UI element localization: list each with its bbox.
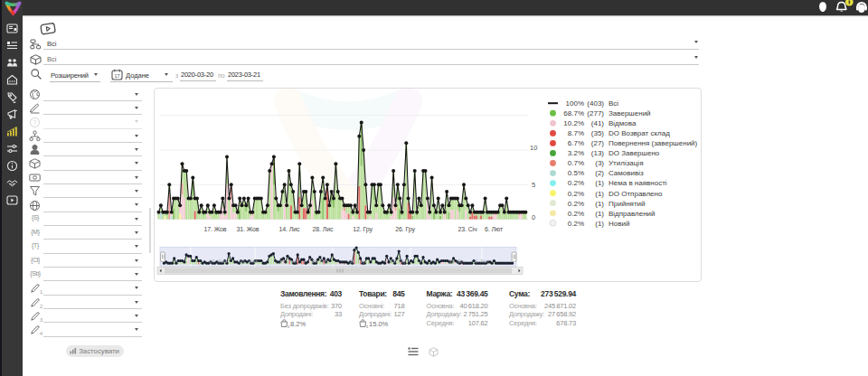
svg-text:Всі: Всі bbox=[609, 99, 618, 108]
svg-text:(35): (35) bbox=[591, 129, 605, 137]
svg-text:6. Лют: 6. Лют bbox=[475, 258, 490, 264]
svg-text:Повернення (завершений): Повернення (завершений) bbox=[609, 139, 698, 147]
svg-text:23. Січ: 23. Січ bbox=[448, 258, 464, 264]
svg-text:(277): (277) bbox=[587, 109, 604, 118]
svg-text:0: 0 bbox=[532, 213, 535, 221]
svg-text:(3): (3) bbox=[595, 159, 604, 167]
svg-text:0.2%: 0.2% bbox=[568, 210, 584, 218]
svg-text:(1): (1) bbox=[595, 190, 604, 198]
svg-text:3: 3 bbox=[40, 316, 42, 322]
svg-text:26. Гру: 26. Гру bbox=[390, 258, 406, 264]
svg-text:14. Лис: 14. Лис bbox=[279, 226, 301, 232]
svg-text:Відмова: Відмова bbox=[609, 119, 637, 127]
svg-text:Нема в наявності: Нема в наявності bbox=[609, 179, 667, 187]
svg-text:x: x bbox=[366, 324, 368, 329]
svg-text:Самовивіз: Самовивіз bbox=[609, 169, 644, 177]
svg-text:0.2%: 0.2% bbox=[568, 220, 584, 228]
svg-text:31. Жов: 31. Жов bbox=[237, 226, 259, 232]
svg-text:31. Жов: 31. Жов bbox=[240, 258, 258, 264]
svg-text:1: 1 bbox=[40, 289, 42, 295]
svg-text:6.7%: 6.7% bbox=[568, 139, 584, 147]
svg-text:0.5%: 0.5% bbox=[568, 169, 584, 177]
svg-text:(1): (1) bbox=[595, 200, 604, 208]
svg-text:DO Отправлено: DO Отправлено bbox=[609, 190, 663, 198]
svg-text:17. Жов: 17. Жов bbox=[209, 258, 227, 264]
svg-text:8.7%: 8.7% bbox=[568, 129, 584, 137]
svg-text:10.2%: 10.2% bbox=[563, 119, 584, 127]
svg-text:0.7%: 0.7% bbox=[568, 159, 584, 167]
svg-text:12. Гру: 12. Гру bbox=[349, 258, 365, 264]
svg-text:17: 17 bbox=[114, 73, 119, 79]
svg-text:28. Лис: 28. Лис bbox=[312, 258, 329, 264]
svg-text:(403): (403) bbox=[587, 99, 604, 108]
svg-text:(1): (1) bbox=[595, 210, 604, 218]
svg-text:0.2%: 0.2% bbox=[568, 190, 584, 198]
svg-text:(2): (2) bbox=[595, 169, 604, 177]
svg-text:Утилізація: Утилізація bbox=[609, 159, 643, 167]
svg-text:DO Возврат склад: DO Возврат склад bbox=[609, 129, 670, 137]
svg-text:14. Лис: 14. Лис bbox=[279, 258, 297, 264]
svg-text:(1): (1) bbox=[595, 179, 604, 187]
svg-text:0.2%: 0.2% bbox=[568, 200, 584, 208]
svg-text:2: 2 bbox=[40, 303, 42, 308]
svg-text:Прийнятий: Прийнятий bbox=[609, 200, 646, 208]
svg-text:(1): (1) bbox=[595, 220, 604, 228]
svg-text:x: x bbox=[288, 324, 289, 329]
svg-text:6. Лют: 6. Лют bbox=[485, 226, 504, 232]
svg-text:Новий: Новий bbox=[609, 220, 629, 228]
svg-text:0.2%: 0.2% bbox=[568, 179, 584, 187]
svg-text:DO Завершено: DO Завершено bbox=[609, 149, 660, 157]
svg-text:100%: 100% bbox=[566, 99, 584, 108]
svg-text:28. Лис: 28. Лис bbox=[313, 226, 335, 232]
svg-text:68.7%: 68.7% bbox=[563, 109, 584, 118]
svg-text:23. Січ: 23. Січ bbox=[458, 226, 477, 232]
svg-text:26. Гру: 26. Гру bbox=[395, 226, 415, 233]
svg-text:Завершений: Завершений bbox=[609, 109, 651, 118]
svg-text:(13): (13) bbox=[591, 149, 605, 157]
svg-text:3.2%: 3.2% bbox=[568, 149, 584, 157]
svg-text:Відправлений: Відправлений bbox=[609, 210, 656, 218]
svg-text:12. Гру: 12. Гру bbox=[353, 226, 373, 233]
svg-text:10: 10 bbox=[530, 144, 537, 152]
svg-text:(27): (27) bbox=[591, 139, 605, 147]
svg-text:17. Жов: 17. Жов bbox=[204, 226, 227, 232]
svg-text:?: ? bbox=[33, 119, 37, 126]
svg-text:4: 4 bbox=[40, 331, 42, 336]
svg-text:5: 5 bbox=[532, 181, 535, 189]
svg-text:(41): (41) bbox=[591, 119, 605, 127]
